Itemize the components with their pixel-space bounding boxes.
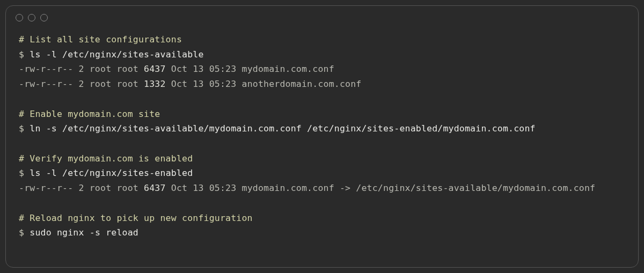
output-line: -rw-r--r-- 2 root root 6437 Oct 13 05:23… [19,181,625,196]
command-line: $ ls -l /etc/nginx/sites-available [19,47,625,62]
command-text: sudo nginx -s reload [30,227,138,238]
prompt-icon: $ [19,227,30,238]
terminal-content[interactable]: # List all site configurations $ ls -l /… [6,26,638,247]
terminal-window: # List all site configurations $ ls -l /… [5,5,639,268]
comment-line: # Verify mydomain.com is enabled [19,151,625,166]
blank-line [19,196,625,211]
blank-line [19,136,625,151]
titlebar [6,6,638,26]
comment-line: # List all site configurations [19,32,625,47]
prompt-icon: $ [19,168,30,178]
command-text: ln -s /etc/nginx/sites-available/mydomai… [30,123,535,134]
command-line: $ ls -l /etc/nginx/sites-enabled [19,166,625,181]
window-close-icon[interactable] [16,14,23,21]
command-text: ls -l /etc/nginx/sites-available [30,49,203,60]
comment-line: # Reload nginx to pick up new configurat… [19,211,625,226]
comment-line: # Enable mydomain.com site [19,107,625,122]
command-line: $ ln -s /etc/nginx/sites-available/mydom… [19,121,625,136]
command-line: $ sudo nginx -s reload [19,225,625,240]
output-line: -rw-r--r-- 2 root root 1332 Oct 13 05:23… [19,77,625,92]
window-minimize-icon[interactable] [28,14,35,21]
prompt-icon: $ [19,123,30,134]
prompt-icon: $ [19,49,30,60]
blank-line [19,92,625,107]
command-text: ls -l /etc/nginx/sites-enabled [30,168,193,178]
window-maximize-icon[interactable] [40,14,48,21]
output-line: -rw-r--r-- 2 root root 6437 Oct 13 05:23… [19,62,625,77]
